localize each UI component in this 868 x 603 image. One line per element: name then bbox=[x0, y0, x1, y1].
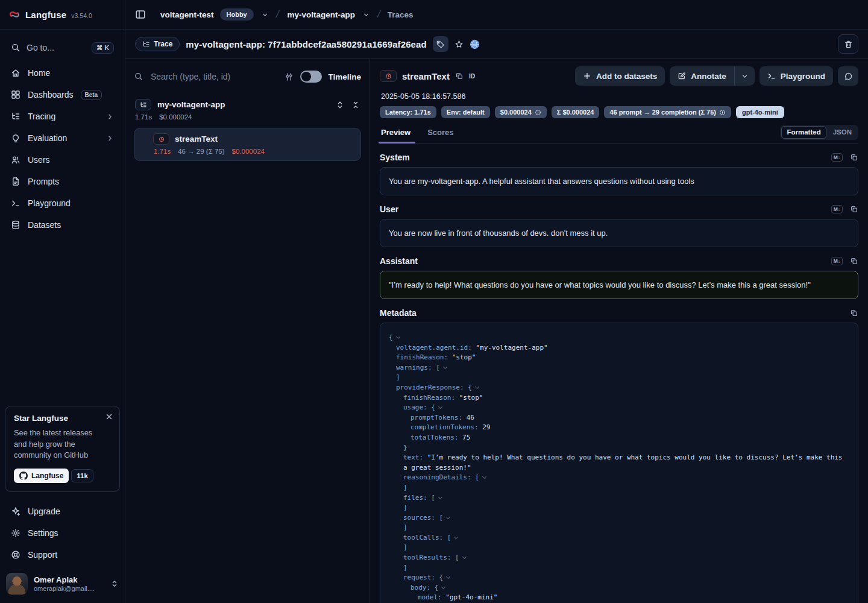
tag-button[interactable] bbox=[433, 36, 448, 52]
github-star-count[interactable]: 11k bbox=[71, 469, 93, 482]
annotate-button[interactable]: Annotate bbox=[670, 66, 734, 86]
plan-badge[interactable]: Hobby bbox=[220, 8, 254, 21]
observation-header: streamText ID Add to datasets bbox=[380, 66, 858, 86]
sidebar-header: Langfuse v3.54.0 bbox=[0, 0, 125, 30]
tree-root-row[interactable]: my-voltagent-app bbox=[134, 98, 361, 112]
section-user: UserM↓You are now live in front of thous… bbox=[380, 204, 858, 247]
breadcrumb-project[interactable]: my-voltagent-app bbox=[287, 10, 355, 19]
profile-menu[interactable]: Omer Aplak omeraplak@gmail.... bbox=[6, 573, 119, 595]
sidebar-item-settings[interactable]: Settings bbox=[5, 522, 120, 544]
breadcrumb-section[interactable]: Traces bbox=[388, 10, 414, 19]
section-header: UserM↓ bbox=[380, 204, 858, 214]
comments-button[interactable] bbox=[838, 66, 858, 86]
home-icon bbox=[11, 68, 20, 78]
sidebar-item-support[interactable]: Support bbox=[5, 544, 120, 566]
sidebar-item-dashboards[interactable]: DashboardsBeta bbox=[5, 84, 120, 106]
section-icons: M↓ bbox=[831, 205, 858, 214]
app-version: v3.54.0 bbox=[71, 12, 92, 19]
playground-button[interactable]: Playground bbox=[760, 66, 833, 86]
model-badge[interactable]: gpt-4o-mini bbox=[736, 106, 784, 118]
json-collapse-chevron-icon[interactable] bbox=[395, 335, 401, 339]
json-line[interactable]: sources: [ bbox=[389, 513, 849, 523]
nav-item-label: Dashboards bbox=[28, 90, 74, 99]
breadcrumb-org[interactable]: voltagent-test bbox=[160, 10, 214, 19]
section-header: AssistantM↓ bbox=[380, 256, 858, 266]
public-globe-icon[interactable] bbox=[470, 39, 480, 49]
id-label[interactable]: ID bbox=[469, 73, 476, 80]
json-line[interactable]: toolResults: [ bbox=[389, 553, 849, 563]
sidebar-item-upgrade[interactable]: Upgrade bbox=[5, 500, 120, 522]
json-collapse-chevron-icon[interactable] bbox=[442, 365, 448, 370]
json-collapse-chevron-icon[interactable] bbox=[453, 535, 459, 540]
format-option-json[interactable]: JSON bbox=[828, 126, 857, 139]
tab-scores[interactable]: Scores bbox=[426, 128, 454, 143]
star-bookmark-icon[interactable] bbox=[454, 40, 464, 49]
goto-search[interactable]: Go to... ⌘ K bbox=[5, 37, 120, 58]
chevron-down-icon[interactable] bbox=[362, 11, 370, 19]
panel-left-icon[interactable] bbox=[135, 9, 146, 20]
json-line[interactable]: warnings: [ bbox=[389, 363, 849, 373]
tree-node-streamtext[interactable]: streamText 1.71s 46 → 29 (Σ 75) $0.00002… bbox=[134, 128, 361, 161]
chevron-down-icon[interactable] bbox=[261, 11, 269, 19]
sidebar-item-users[interactable]: Users bbox=[5, 149, 120, 171]
markdown-toggle[interactable]: M↓ bbox=[831, 205, 843, 214]
app-root: Langfuse v3.54.0 Go to... ⌘ K HomeDashbo… bbox=[0, 0, 868, 603]
copy-icon[interactable] bbox=[850, 309, 858, 317]
json-line[interactable]: usage: { bbox=[389, 403, 849, 413]
markdown-toggle[interactable]: M↓ bbox=[831, 257, 843, 266]
expand-all-icon[interactable] bbox=[336, 101, 344, 109]
collapse-all-icon[interactable] bbox=[351, 101, 360, 109]
format-option-formatted[interactable]: Formatted bbox=[781, 126, 826, 139]
tree-search-input[interactable] bbox=[149, 71, 278, 82]
json-line[interactable]: files: [ bbox=[389, 493, 849, 504]
json-line: ] bbox=[389, 523, 849, 533]
sidebar-item-evaluation[interactable]: Evaluation bbox=[5, 127, 120, 149]
annotate-dropdown-button[interactable] bbox=[734, 66, 755, 86]
sidebar-nav: HomeDashboardsBetaTracingEvaluationUsers… bbox=[0, 62, 125, 236]
section-content: You are now live in front of thousands o… bbox=[380, 219, 858, 247]
json-collapse-chevron-icon[interactable] bbox=[441, 585, 446, 590]
copy-icon[interactable] bbox=[455, 72, 464, 80]
json-line[interactable]: request: { bbox=[389, 573, 849, 583]
sidebar-spacer bbox=[0, 236, 125, 401]
beta-badge: Beta bbox=[81, 90, 102, 100]
json-collapse-chevron-icon[interactable] bbox=[482, 475, 487, 479]
info-icon[interactable] bbox=[535, 109, 541, 116]
json-collapse-chevron-icon[interactable] bbox=[462, 555, 467, 560]
generation-icon-badge bbox=[380, 70, 397, 82]
tab-preview[interactable]: Preview bbox=[380, 128, 412, 143]
close-icon[interactable] bbox=[105, 412, 113, 421]
annotate-button-group: Annotate bbox=[670, 66, 755, 86]
json-collapse-chevron-icon[interactable] bbox=[438, 495, 443, 500]
github-button[interactable]: Langfuse bbox=[14, 469, 69, 483]
json-collapse-chevron-icon[interactable] bbox=[438, 405, 443, 409]
stat-badge: Env: default bbox=[441, 106, 490, 118]
sidebar-item-prompts[interactable]: Prompts bbox=[5, 171, 120, 192]
delete-trace-button[interactable] bbox=[838, 34, 858, 54]
markdown-toggle[interactable]: M↓ bbox=[831, 153, 843, 162]
json-line[interactable]: toolCalls: [ bbox=[389, 533, 849, 543]
timeline-toggle[interactable] bbox=[300, 71, 322, 83]
add-to-datasets-button[interactable]: Add to datasets bbox=[575, 66, 665, 86]
root-cost: $0.000024 bbox=[159, 113, 192, 121]
json-line[interactable]: body: { bbox=[389, 583, 849, 593]
sidebar-item-tracing[interactable]: Tracing bbox=[5, 106, 120, 127]
sidebar-item-playground[interactable]: Playground bbox=[5, 192, 120, 214]
view-settings-icon[interactable] bbox=[284, 72, 294, 82]
metadata-section: Metadata {voltagent.agent.id: "my-voltag… bbox=[380, 308, 858, 603]
info-icon[interactable] bbox=[719, 109, 726, 116]
json-collapse-chevron-icon[interactable] bbox=[445, 515, 451, 520]
json-collapse-chevron-icon[interactable] bbox=[474, 385, 480, 390]
json-collapse-chevron-icon[interactable] bbox=[445, 575, 451, 579]
json-line[interactable]: providerResponse: { bbox=[389, 383, 849, 393]
brand-name: Langfuse bbox=[25, 10, 66, 20]
json-line: totalTokens: 75 bbox=[389, 433, 849, 443]
observation-timestamp: 2025-05-05 18:16:57.586 bbox=[381, 92, 857, 101]
json-line[interactable]: { bbox=[389, 333, 849, 343]
copy-icon[interactable] bbox=[850, 257, 858, 265]
copy-icon[interactable] bbox=[850, 205, 858, 213]
sidebar-item-home[interactable]: Home bbox=[5, 62, 120, 84]
sidebar-item-datasets[interactable]: Datasets bbox=[5, 214, 120, 236]
json-line[interactable]: reasoningDetails: [ bbox=[389, 473, 849, 483]
copy-icon[interactable] bbox=[850, 153, 858, 162]
